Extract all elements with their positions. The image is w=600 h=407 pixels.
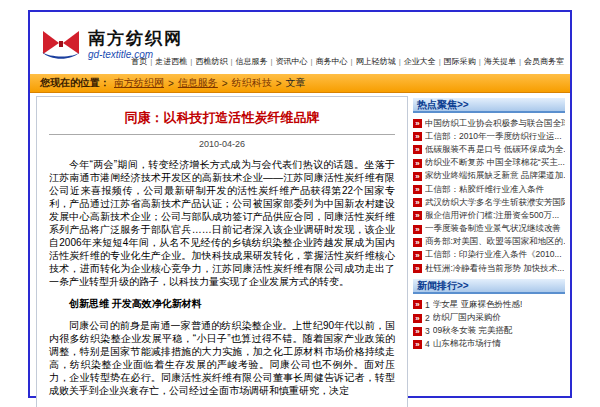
hot-item-label: 工信部：印染行业准入条件《2010... — [425, 249, 562, 261]
news-ranking-header[interactable]: 新闻排行>> — [413, 279, 565, 294]
breadcrumb: 您现在的位置： 南方纺织网 > 信息服务 > 纺织科技 > 文章 — [30, 74, 570, 93]
nav-separator: | — [439, 57, 441, 66]
double-arrow-bullet-icon: » — [413, 225, 422, 234]
hot-item[interactable]: »家纺业终端拓展缺乏新意 品牌渠道加... — [413, 170, 565, 183]
rank-number: 2 — [425, 313, 430, 323]
double-arrow-bullet-icon: » — [413, 314, 422, 323]
nav-separator: | — [519, 57, 521, 66]
rank-item[interactable]: »1学女星 亚麻裸色扮性感! — [413, 298, 565, 311]
rank-item[interactable]: »4山东棉花市场行情 — [413, 338, 565, 351]
breadcrumb-separator: > — [222, 78, 228, 89]
nav-item-home[interactable]: 首页 — [131, 57, 147, 66]
breadcrumb-link-home[interactable]: 南方纺织网 — [114, 76, 164, 90]
article-date: 2010-04-26 — [49, 139, 395, 149]
nav-item-info-service[interactable]: 信息服务 — [235, 57, 267, 66]
rank-item[interactable]: »2纺织厂国内采购价 — [413, 311, 565, 324]
article-panel: 同康：以科技打造活性炭纤维品牌 2010-04-26 今年“两会”期间，转变经济… — [36, 96, 408, 407]
hot-focus-header[interactable]: 热点聚焦>> — [413, 98, 565, 113]
nav-separator: | — [190, 57, 192, 66]
rank-number: 1 — [425, 300, 430, 310]
article-subheading: 创新思维 开发高效净化新材料 — [49, 297, 395, 310]
nav-separator: | — [311, 57, 313, 66]
double-arrow-bullet-icon: » — [413, 264, 422, 273]
sidebar: 热点聚焦>> »中国纺织工业协会积极参与联合国全球... »工信部：2010年一… — [413, 96, 565, 407]
double-arrow-bullet-icon: » — [413, 119, 422, 128]
hot-item-label: 中国纺织工业协会积极参与联合国全球... — [425, 118, 565, 130]
nav-separator: | — [230, 57, 232, 66]
rank-item-label: 学女星 亚麻裸色扮性感! — [433, 299, 523, 311]
nav-separator: | — [399, 57, 401, 66]
breadcrumb-link-info-service[interactable]: 信息服务 — [178, 76, 218, 90]
double-arrow-bullet-icon: » — [413, 327, 422, 336]
rank-item-label: 09秋冬女装 完美搭配 — [433, 325, 513, 337]
hot-item-label: 工信部：2010年一季度纺织行业运... — [425, 131, 562, 143]
nav-item-business-center[interactable]: 商务中心 — [316, 57, 348, 66]
double-arrow-bullet-icon: » — [413, 198, 422, 207]
breadcrumb-separator: > — [168, 78, 174, 89]
main-content: 同康：以科技打造活性炭纤维品牌 2010-04-26 今年“两会”期间，转变经济… — [36, 96, 565, 407]
article-body: 今年“两会”期间，转变经济增长方式成为与会代表们热议的话题。坐落于江苏南通市港闸… — [49, 158, 395, 397]
hot-item-label: 家纺业终端拓展缺乏新意 品牌渠道加... — [425, 170, 565, 182]
double-arrow-bullet-icon: » — [413, 251, 422, 260]
rank-item[interactable]: »309秋冬女装 完美搭配 — [413, 325, 565, 338]
hot-item-label: 纺织业不断复苏 中国全球棉花“买主... — [425, 157, 565, 169]
double-arrow-bullet-icon: » — [413, 159, 422, 168]
breadcrumb-current-article: 文章 — [286, 76, 306, 90]
nav-item-international-procurement[interactable]: 国际采购 — [444, 57, 476, 66]
title-divider — [49, 134, 395, 135]
hot-item[interactable]: »商务部:对美国、欧盟等国家和地区的... — [413, 236, 565, 249]
nav-separator: | — [270, 57, 272, 66]
nav-item-about-xiqiao[interactable]: 走进西樵 — [155, 57, 187, 66]
rank-item-label: 纺织厂国内采购价 — [433, 312, 501, 324]
hot-item[interactable]: »纺织业不断复苏 中国全球棉花“买主... — [413, 157, 565, 170]
hot-item[interactable]: »武汉纺织大学多名学生斩获濮安芳国际... — [413, 196, 565, 209]
hot-item[interactable]: »工信部：印染行业准入条件《2010... — [413, 249, 565, 262]
nav-separator: | — [479, 57, 481, 66]
hot-item-label: 服企信用评价门槛:注册资金500万... — [425, 210, 559, 222]
hot-item-label: 低碳服装不再是口号 低碳环保成为全... — [425, 144, 565, 156]
logo-butterfly-icon — [40, 28, 82, 62]
nav-separator: | — [351, 57, 353, 66]
nav-separator: | — [150, 57, 152, 66]
breadcrumb-separator: > — [276, 78, 282, 89]
article-paragraph: 同康公司的前身是南通一家普通的纺织染整企业。上世纪90年代以前，国内很多纺织染整… — [49, 319, 395, 397]
nav-item-online-textile-city[interactable]: 网上轻纺城 — [356, 57, 396, 66]
hot-item[interactable]: »一季度装备制造业景气状况继续改善 — [413, 223, 565, 236]
nav-item-enterprise-directory[interactable]: 企业大全 — [404, 57, 436, 66]
hot-item-label: 杜钰洲:冷静看待当前形势 加快技术... — [425, 263, 564, 275]
hot-item[interactable]: »杜钰洲:冷静看待当前形势 加快技术... — [413, 262, 565, 275]
top-nav: 首页|走进西樵|西樵纺织|信息服务|资讯中心|商务中心|网上轻纺城|企业大全|国… — [131, 56, 564, 67]
double-arrow-bullet-icon: » — [413, 340, 422, 349]
rank-number: 4 — [425, 339, 430, 349]
double-arrow-bullet-icon: » — [413, 132, 422, 141]
site-header: 南方纺织网 gd-textitle.com 首页|走进西樵|西樵纺织|信息服务|… — [30, 12, 570, 74]
article-title: 同康：以科技打造活性炭纤维品牌 — [49, 109, 395, 127]
article-paragraph: 今年“两会”期间，转变经济增长方式成为与会代表们热议的话题。坐落于江苏南通市港闸… — [49, 158, 395, 288]
hot-item-label: 一季度装备制造业景气状况继续改善 — [425, 223, 561, 235]
hot-item-label: 商务部:对美国、欧盟等国家和地区的... — [425, 236, 565, 248]
breadcrumb-label: 您现在的位置： — [40, 76, 110, 90]
nav-item-xiqiao-textile[interactable]: 西樵纺织 — [195, 57, 227, 66]
site-name: 南方纺织网 — [88, 30, 183, 49]
double-arrow-bullet-icon: » — [413, 211, 422, 220]
hot-item[interactable]: »低碳服装不再是口号 低碳环保成为全... — [413, 143, 565, 156]
nav-item-member-room[interactable]: 会员商务室 — [524, 57, 564, 66]
double-arrow-bullet-icon: » — [413, 172, 422, 181]
rank-number: 3 — [425, 326, 430, 336]
double-arrow-bullet-icon: » — [413, 185, 422, 194]
rank-item-label: 山东棉花市场行情 — [433, 338, 501, 350]
nav-item-customs-bill[interactable]: 海关提单 — [484, 57, 516, 66]
double-arrow-bullet-icon: » — [413, 145, 422, 154]
hot-item[interactable]: »工信部：2010年一季度纺织行业运... — [413, 130, 565, 143]
double-arrow-bullet-icon: » — [413, 300, 422, 309]
hot-item-label: 工信部：粘胶纤维行业准入条件 — [425, 184, 544, 196]
hot-item[interactable]: »工信部：粘胶纤维行业准入条件 — [413, 183, 565, 196]
hot-item-label: 武汉纺织大学多名学生斩获濮安芳国际... — [425, 197, 565, 209]
hot-item[interactable]: »服企信用评价门槛:注册资金500万... — [413, 209, 565, 222]
double-arrow-bullet-icon: » — [413, 238, 422, 247]
breadcrumb-link-textile-tech[interactable]: 纺织科技 — [232, 76, 272, 90]
nav-item-news-center[interactable]: 资讯中心 — [276, 57, 308, 66]
page-container: 南方纺织网 gd-textitle.com 首页|走进西樵|西樵纺织|信息服务|… — [28, 10, 572, 398]
hot-item[interactable]: »中国纺织工业协会积极参与联合国全球... — [413, 117, 565, 130]
